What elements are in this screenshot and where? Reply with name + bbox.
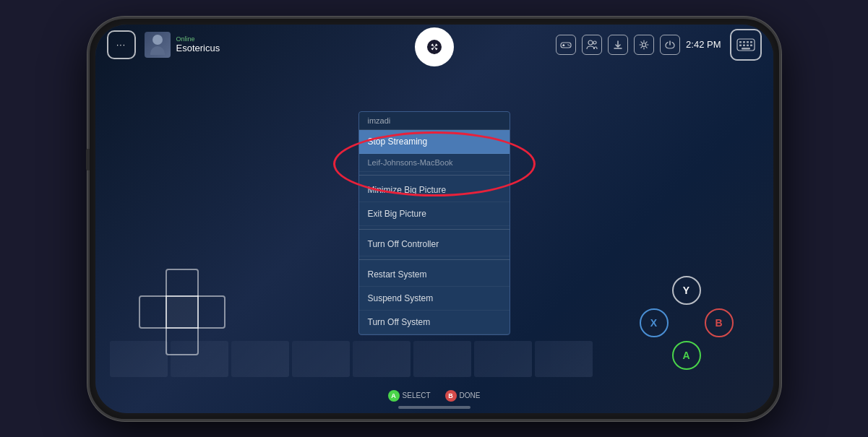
game-thumb-6 bbox=[413, 341, 471, 377]
done-hint: B DONE bbox=[445, 390, 481, 402]
svg-rect-14 bbox=[747, 41, 749, 43]
top-right-icons: 2:42 PM bbox=[556, 29, 761, 61]
steam-logo-icon bbox=[421, 34, 447, 60]
menu-button[interactable]: ··· bbox=[107, 30, 136, 59]
hint-a-label: A bbox=[391, 392, 396, 399]
steam-logo-circle bbox=[415, 27, 454, 66]
volume-button[interactable] bbox=[86, 149, 90, 170]
svg-rect-5 bbox=[562, 45, 565, 46]
menu-item-exit[interactable]: Exit Big Picture bbox=[359, 202, 510, 226]
avatar bbox=[145, 32, 171, 58]
game-thumb-5 bbox=[353, 341, 411, 377]
bottom-bar: A SELECT B DONE bbox=[95, 390, 773, 402]
menu-divider-3 bbox=[359, 259, 510, 260]
button-a-label: A bbox=[682, 350, 689, 361]
svg-rect-17 bbox=[743, 44, 745, 46]
keyboard-button[interactable] bbox=[730, 29, 762, 61]
button-a[interactable]: A bbox=[672, 341, 701, 370]
select-label: SELECT bbox=[403, 391, 431, 399]
menu-item-stop-streaming[interactable]: Stop Streaming bbox=[359, 130, 510, 154]
user-name: Esotericus bbox=[176, 43, 220, 53]
menu-divider-2 bbox=[359, 229, 510, 230]
phone-frame: ··· Online Esotericus bbox=[87, 17, 781, 421]
user-info: Online Esotericus bbox=[176, 35, 220, 53]
home-indicator bbox=[398, 406, 470, 409]
button-y[interactable]: Y bbox=[672, 276, 701, 305]
dpad-center bbox=[166, 295, 199, 329]
phone-screen: ··· Online Esotericus bbox=[95, 25, 773, 413]
menu-header: imzadi bbox=[359, 112, 510, 130]
steam-menu-popup: imzadi Stop Streaming Leif-Johnsons-MacB… bbox=[358, 111, 510, 335]
svg-rect-13 bbox=[743, 41, 745, 43]
hint-b-label: B bbox=[448, 392, 453, 399]
menu-item-suspend[interactable]: Suspend System bbox=[359, 287, 510, 311]
menu-item-minimize[interactable]: Minimize Big Picture bbox=[359, 178, 510, 202]
svg-point-7 bbox=[569, 45, 570, 46]
menu-item-device-name: Leif-Johnsons-MacBook bbox=[359, 154, 510, 172]
avatar-body bbox=[150, 46, 165, 55]
menu-icon: ··· bbox=[116, 40, 126, 50]
button-b-label: B bbox=[715, 317, 722, 329]
hint-a-button: A bbox=[388, 390, 400, 402]
select-hint: A SELECT bbox=[388, 390, 431, 402]
button-y-label: Y bbox=[683, 285, 689, 296]
settings-icon[interactable] bbox=[634, 35, 654, 55]
menu-divider-1 bbox=[359, 175, 510, 176]
svg-rect-12 bbox=[739, 41, 742, 43]
svg-point-6 bbox=[567, 44, 569, 46]
power-icon[interactable] bbox=[660, 35, 680, 55]
controller-icon bbox=[556, 35, 576, 55]
download-icon bbox=[608, 35, 628, 55]
game-thumb-7 bbox=[474, 341, 532, 377]
game-thumb-4 bbox=[292, 341, 350, 377]
steam-logo bbox=[415, 27, 454, 66]
button-x-label: X bbox=[650, 317, 657, 329]
svg-rect-15 bbox=[750, 41, 752, 43]
menu-item-restart[interactable]: Restart System bbox=[359, 263, 510, 287]
dpad bbox=[139, 269, 225, 355]
game-thumb-8 bbox=[535, 341, 593, 377]
svg-point-8 bbox=[588, 40, 593, 45]
time-display: 2:42 PM bbox=[686, 39, 721, 50]
svg-point-9 bbox=[593, 41, 596, 44]
svg-rect-18 bbox=[747, 44, 749, 46]
svg-point-10 bbox=[643, 43, 646, 46]
svg-rect-20 bbox=[742, 48, 750, 50]
hint-b-button: B bbox=[445, 390, 457, 402]
done-label: DONE bbox=[460, 391, 481, 399]
face-buttons: Y X B A bbox=[640, 276, 734, 370]
top-bar: ··· Online Esotericus bbox=[95, 25, 773, 65]
button-b[interactable]: B bbox=[705, 308, 734, 337]
friends-icon bbox=[582, 35, 602, 55]
user-status: Online bbox=[176, 35, 220, 43]
menu-item-turn-off-controller[interactable]: Turn Off Controller bbox=[359, 233, 510, 256]
game-thumb-3 bbox=[231, 341, 289, 377]
avatar-head bbox=[152, 35, 163, 45]
button-x[interactable]: X bbox=[640, 308, 669, 337]
svg-rect-16 bbox=[739, 44, 742, 46]
svg-rect-19 bbox=[750, 44, 752, 46]
menu-item-turn-off-system[interactable]: Turn Off System bbox=[359, 311, 510, 334]
user-section: Online Esotericus bbox=[145, 32, 220, 58]
